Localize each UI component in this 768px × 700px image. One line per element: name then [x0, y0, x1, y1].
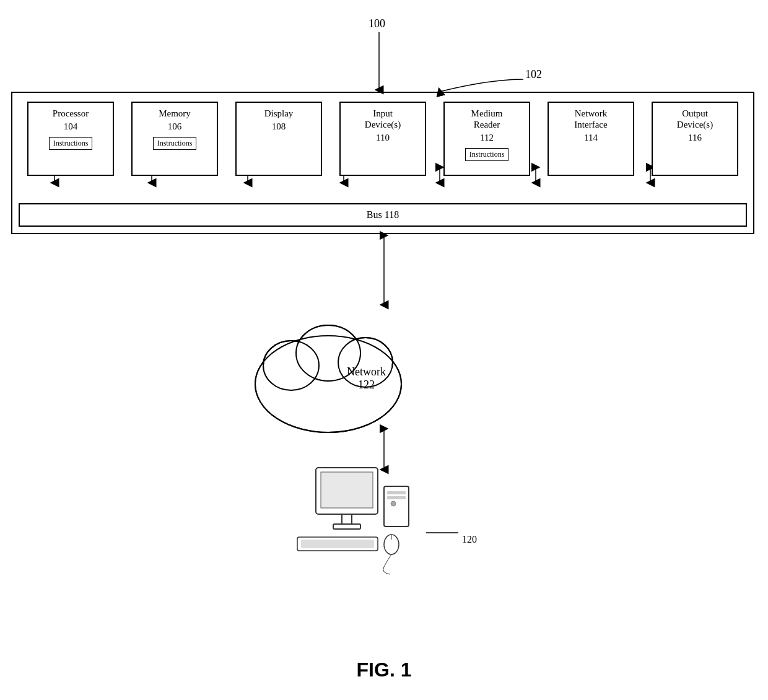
- svg-rect-24: [316, 468, 378, 514]
- svg-point-34: [384, 535, 399, 554]
- components-row: Processor 104 Instructions Memory 106 In…: [12, 93, 753, 192]
- svg-point-21: [263, 341, 319, 390]
- svg-point-13: [263, 341, 319, 390]
- system-box: Processor 104 Instructions Memory 106 In…: [11, 92, 754, 234]
- svg-rect-29: [387, 491, 406, 494]
- display-number: 108: [272, 121, 286, 132]
- input-devices-number: 110: [376, 133, 390, 143]
- bus-box: Bus 118: [19, 203, 747, 227]
- input-devices-box: InputDevice(s) 110: [339, 102, 426, 176]
- memory-instructions: Instructions: [153, 137, 197, 150]
- svg-rect-27: [333, 524, 360, 529]
- medium-reader-number: 112: [480, 133, 494, 143]
- medium-reader-instructions: Instructions: [465, 148, 509, 161]
- network-interface-number: 114: [584, 133, 598, 143]
- svg-point-31: [391, 501, 396, 506]
- memory-label: Memory: [159, 108, 191, 119]
- memory-box: Memory 106 Instructions: [131, 102, 218, 176]
- output-devices-number: 116: [688, 133, 702, 143]
- processor-label: Processor: [53, 108, 89, 119]
- svg-rect-25: [321, 472, 373, 508]
- svg-rect-32: [297, 537, 378, 551]
- medium-reader-label: MediumReader: [471, 108, 503, 130]
- fig-caption: FIG. 1: [357, 658, 412, 681]
- display-box: Display 108: [235, 102, 322, 176]
- processor-instructions: Instructions: [49, 137, 93, 150]
- svg-rect-26: [342, 514, 352, 524]
- output-devices-label: OutputDevice(s): [677, 108, 713, 130]
- diagram-container: 100 102 Processor 104 Instructions Memor…: [0, 0, 768, 700]
- label-120: 120: [462, 534, 477, 545]
- svg-rect-28: [384, 486, 409, 527]
- processor-number: 104: [64, 121, 78, 132]
- display-label: Display: [264, 108, 294, 119]
- medium-reader-box: MediumReader 112 Instructions: [443, 102, 530, 176]
- input-devices-label: InputDevice(s): [365, 108, 401, 130]
- label-100: 100: [369, 17, 385, 30]
- processor-box: Processor 104 Instructions: [27, 102, 114, 176]
- network-interface-label: NetworkInterface: [574, 108, 607, 130]
- svg-rect-33: [301, 540, 374, 548]
- memory-number: 106: [168, 121, 182, 132]
- label-102: 102: [525, 68, 542, 81]
- network-interface-box: NetworkInterface 114: [548, 102, 634, 176]
- svg-point-17: [266, 347, 316, 390]
- output-devices-box: OutputDevice(s) 116: [652, 102, 738, 176]
- network-label: Network 122: [347, 365, 386, 392]
- svg-rect-30: [387, 496, 406, 499]
